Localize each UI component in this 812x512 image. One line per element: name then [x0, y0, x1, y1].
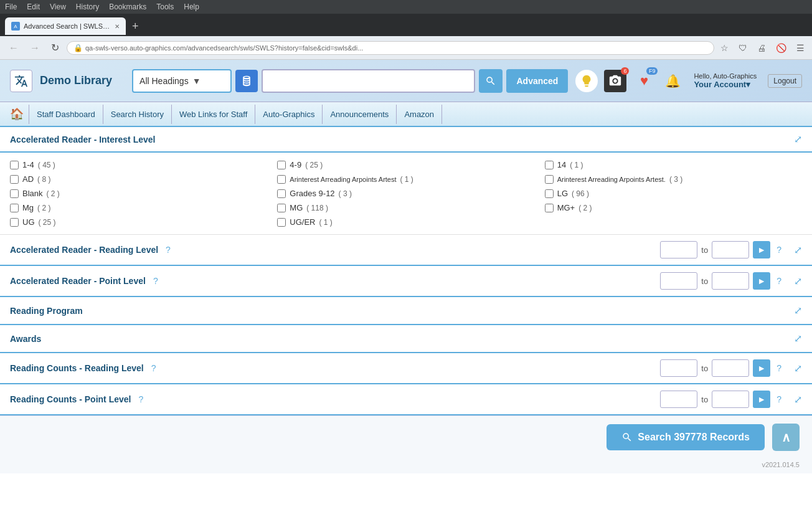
search-button[interactable]	[479, 69, 503, 93]
nav-auto-graphics[interactable]: Auto-Graphics	[255, 105, 323, 124]
back-btn[interactable]: ←	[5, 41, 22, 55]
rc-reading-level-expand-icon[interactable]: ⤢	[794, 363, 802, 374]
rc-point-level-help-icon[interactable]: ?	[138, 394, 143, 404]
reading-level-expand-icon[interactable]: ⤢	[794, 244, 802, 256]
point-level-to-input[interactable]	[712, 272, 749, 290]
account-label[interactable]: Your Account▾	[694, 80, 757, 89]
checkbox-ug-input[interactable]	[10, 218, 19, 227]
nav-search-history[interactable]: Search History	[103, 105, 172, 124]
camera-icon[interactable]: 6	[604, 70, 626, 92]
rc-reading-level-help-icon[interactable]: ?	[151, 363, 156, 373]
menu-view[interactable]: View	[50, 2, 66, 11]
interest-level-expand-icon[interactable]: ⤢	[794, 133, 802, 145]
active-tab[interactable]: A Advanced Search | SWLS | SWLS ✕	[5, 17, 126, 35]
menu-icon[interactable]: ☰	[794, 42, 807, 54]
nav-announcements[interactable]: Announcements	[323, 105, 397, 124]
checkbox-lg-input[interactable]	[545, 189, 554, 198]
reading-level-help2-icon[interactable]: ?	[777, 245, 781, 255]
adblock-icon[interactable]: 🚫	[773, 42, 789, 54]
header-icons: 6 ♥ F9 🔔 Hello, Auto-Graphics Your Accou…	[575, 70, 802, 92]
bell-icon[interactable]: 🔔	[661, 70, 684, 92]
point-level-help2-icon[interactable]: ?	[777, 276, 781, 286]
checkbox-lg[interactable]: LG ( 96 )	[545, 189, 802, 198]
menu-history[interactable]: History	[76, 2, 99, 11]
nav-web-links[interactable]: Web Links for Staff	[172, 105, 255, 124]
checkbox-mg[interactable]: MG ( 118 )	[277, 203, 534, 212]
checkbox-ug-er-input[interactable]	[277, 218, 286, 227]
reading-level-from-input[interactable]	[660, 241, 697, 258]
bookmark-icon[interactable]: ☆	[718, 42, 731, 54]
menu-file[interactable]: File	[5, 2, 17, 11]
menu-edit[interactable]: Edit	[27, 2, 40, 11]
lightbulb-icon[interactable]	[575, 70, 598, 92]
rc-reading-level-from-input[interactable]	[660, 359, 697, 377]
checkbox-ad-input[interactable]	[10, 175, 19, 184]
interest-level-header: Accelerated Reader - Interest Level ⤢	[0, 127, 812, 153]
tab-close-btn[interactable]: ✕	[115, 23, 120, 30]
point-level-expand-icon[interactable]: ⤢	[794, 275, 802, 287]
checkbox-1-4[interactable]: 1-4 ( 45 )	[10, 160, 267, 169]
checkbox-ug-er[interactable]: UG/ER ( 1 )	[277, 217, 534, 227]
search-input[interactable]	[262, 69, 475, 93]
checkbox-arinterest1[interactable]: Arinterest Arreading Arpoints Artest ( 1…	[277, 174, 534, 184]
checkbox-arinterest2-input[interactable]	[545, 175, 554, 184]
nav-links: Staff Dashboard Search History Web Links…	[29, 105, 442, 124]
rc-point-level-expand-icon[interactable]: ⤢	[794, 394, 802, 405]
checkbox-blank-input[interactable]	[10, 189, 19, 198]
heart-icon[interactable]: ♥ F9	[633, 70, 655, 92]
checkbox-mg-input[interactable]	[277, 204, 286, 212]
point-level-to-label: to	[701, 277, 708, 286]
reading-level-to-input[interactable]	[712, 241, 749, 258]
rc-reading-level-to-input[interactable]	[712, 359, 749, 377]
url-bar[interactable]: 🔒 qa-swls-verso.auto-graphics.com/advanc…	[67, 41, 714, 55]
checkbox-ad[interactable]: AD ( 8 )	[10, 174, 267, 184]
rc-point-level-help2-icon[interactable]: ?	[777, 394, 781, 404]
point-level-help-icon[interactable]: ?	[153, 276, 158, 286]
menu-bookmarks[interactable]: Bookmarks	[109, 2, 146, 11]
reading-level-help-icon[interactable]: ?	[166, 245, 171, 255]
scroll-top-button[interactable]: ∧	[772, 424, 800, 451]
home-icon[interactable]: 🏠	[10, 107, 24, 121]
checkbox-grades-9-12[interactable]: Grades 9-12 ( 3 )	[277, 189, 534, 198]
search-records-button[interactable]: Search 397778 Records	[607, 424, 765, 450]
checkbox-4-9-input[interactable]	[277, 161, 286, 169]
print-icon[interactable]: 🖨	[755, 42, 768, 54]
menu-tools[interactable]: Tools	[156, 2, 174, 11]
checkbox-mg-lower[interactable]: Mg ( 2 )	[10, 203, 267, 212]
advanced-button[interactable]: Advanced	[506, 69, 568, 93]
rc-reading-level-help2-icon[interactable]: ?	[777, 363, 781, 373]
nav-amazon[interactable]: Amazon	[397, 105, 442, 124]
checkbox-arinterest2[interactable]: Arinterest Arreading Arpoints Artest. ( …	[545, 174, 802, 184]
checkbox-1-4-input[interactable]	[10, 161, 19, 169]
checkbox-ug[interactable]: UG ( 25 )	[10, 217, 267, 227]
awards-expand-icon[interactable]: ⤢	[794, 333, 802, 344]
rc-point-level-from-input[interactable]	[660, 391, 697, 408]
database-icon[interactable]	[235, 70, 258, 92]
point-level-go-btn[interactable]: ►	[753, 272, 770, 290]
checkbox-mg-plus[interactable]: MG+ ( 2 )	[545, 203, 802, 212]
checkbox-mg-plus-input[interactable]	[545, 204, 554, 212]
checkbox-mg-lower-input[interactable]	[10, 204, 19, 212]
translate-icon[interactable]	[10, 70, 32, 92]
rc-point-level-go-btn[interactable]: ►	[753, 391, 770, 408]
checkbox-blank[interactable]: Blank ( 2 )	[10, 189, 267, 198]
point-level-from-input[interactable]	[660, 272, 697, 290]
rc-point-level-to-input[interactable]	[712, 391, 749, 408]
menu-help[interactable]: Help	[184, 2, 199, 11]
heading-select[interactable]: All Headings ▼	[132, 69, 232, 93]
rc-reading-level-go-btn[interactable]: ►	[753, 359, 770, 377]
shield-icon[interactable]: 🛡	[736, 42, 750, 54]
logout-button[interactable]: Logout	[768, 74, 802, 88]
checkbox-arinterest1-input[interactable]	[277, 175, 286, 184]
new-tab-btn[interactable]: +	[128, 20, 143, 33]
checkbox-14-input[interactable]	[545, 161, 554, 169]
nav-staff-dashboard[interactable]: Staff Dashboard	[29, 105, 103, 124]
checkbox-14[interactable]: 14 ( 1 )	[545, 160, 802, 169]
refresh-btn[interactable]: ↻	[47, 40, 63, 55]
browser-tab-bar: A Advanced Search | SWLS | SWLS ✕ +	[0, 14, 812, 36]
reading-program-expand-icon[interactable]: ⤢	[794, 305, 802, 316]
checkbox-grades-9-12-input[interactable]	[277, 189, 286, 198]
checkbox-4-9[interactable]: 4-9 ( 25 )	[277, 160, 534, 169]
reading-level-go-btn[interactable]: ►	[753, 241, 770, 258]
forward-btn[interactable]: →	[26, 41, 44, 55]
